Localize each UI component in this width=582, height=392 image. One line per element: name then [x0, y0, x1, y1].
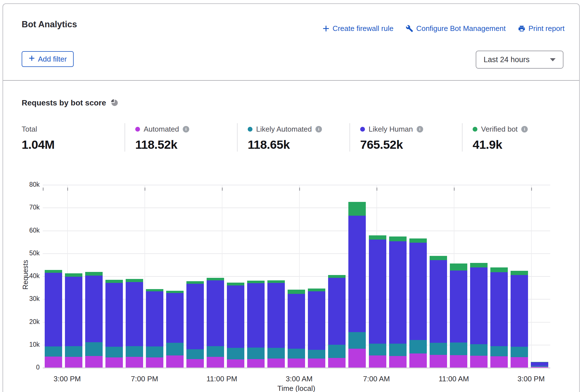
- bar-segment-likely-human[interactable]: [146, 291, 163, 346]
- stacked-bar[interactable]: [409, 238, 427, 368]
- bar-segment-automated[interactable]: [369, 355, 386, 368]
- bar-segment-likely-human[interactable]: [531, 362, 548, 366]
- bar-segment-verified-bot[interactable]: [105, 280, 123, 283]
- bar-segment-likely-human[interactable]: [511, 275, 528, 347]
- stacked-bar[interactable]: [166, 291, 184, 368]
- bar-segment-likely-human[interactable]: [389, 241, 407, 344]
- bar-segment-verified-bot[interactable]: [308, 289, 325, 291]
- bar-segment-automated[interactable]: [288, 359, 305, 368]
- bar-segment-automated[interactable]: [348, 349, 366, 368]
- stacked-bar[interactable]: [227, 283, 244, 368]
- bar-segment-automated[interactable]: [511, 357, 528, 368]
- time-range-dropdown[interactable]: Last 24 hours: [476, 51, 563, 69]
- bar-segment-verified-bot[interactable]: [450, 263, 467, 271]
- stacked-bar[interactable]: [308, 289, 325, 368]
- stacked-bar[interactable]: [65, 273, 82, 368]
- stacked-bar[interactable]: [369, 235, 386, 368]
- bar-segment-likely-human[interactable]: [186, 284, 204, 349]
- bar-segment-likely-human[interactable]: [247, 283, 265, 348]
- configure-bot-management-link[interactable]: Configure Bot Management: [406, 24, 506, 33]
- bar-segment-likely-human[interactable]: [45, 273, 62, 346]
- bar-segment-likely-human[interactable]: [126, 282, 143, 346]
- bar-segment-likely-human[interactable]: [348, 216, 366, 332]
- bar-segment-likely-human[interactable]: [470, 267, 488, 344]
- bar-segment-likely-human[interactable]: [85, 276, 103, 342]
- info-icon[interactable]: i: [417, 126, 423, 132]
- bar-segment-automated[interactable]: [126, 357, 143, 368]
- stacked-bar[interactable]: [85, 272, 103, 368]
- bar-segment-automated[interactable]: [146, 357, 163, 368]
- stacked-bar[interactable]: [470, 263, 488, 368]
- bar-segment-verified-bot[interactable]: [369, 235, 386, 240]
- bar-segment-likely-automated[interactable]: [470, 344, 488, 356]
- info-icon[interactable]: i: [315, 126, 322, 132]
- bar-segment-verified-bot[interactable]: [207, 278, 224, 280]
- stacked-bar[interactable]: [207, 278, 224, 368]
- bar-segment-likely-automated[interactable]: [409, 340, 427, 353]
- bar-segment-verified-bot[interactable]: [511, 271, 528, 275]
- stacked-bar[interactable]: [45, 270, 62, 368]
- bar-segment-automated[interactable]: [186, 359, 204, 368]
- bar-segment-likely-automated[interactable]: [207, 346, 224, 357]
- bar-segment-automated[interactable]: [267, 359, 285, 368]
- bar-segment-verified-bot[interactable]: [389, 236, 407, 241]
- bar-segment-likely-human[interactable]: [267, 283, 285, 348]
- bar-segment-likely-automated[interactable]: [389, 344, 407, 356]
- info-icon[interactable]: i: [183, 126, 189, 132]
- bar-segment-likely-automated[interactable]: [348, 332, 366, 349]
- bar-segment-likely-automated[interactable]: [65, 346, 82, 357]
- stacked-bar[interactable]: [531, 362, 548, 368]
- bar-segment-likely-automated[interactable]: [308, 350, 325, 359]
- stacked-bar[interactable]: [348, 202, 366, 368]
- bar-segment-verified-bot[interactable]: [267, 280, 285, 283]
- stacked-bar[interactable]: [511, 271, 528, 368]
- bar-segment-likely-human[interactable]: [430, 260, 447, 343]
- bar-segment-verified-bot[interactable]: [65, 273, 82, 276]
- bar-segment-likely-human[interactable]: [65, 277, 82, 346]
- bar-segment-likely-human[interactable]: [409, 243, 427, 340]
- add-filter-button[interactable]: Add filter: [22, 51, 74, 67]
- bar-segment-likely-human[interactable]: [369, 240, 386, 344]
- bar-segment-automated[interactable]: [65, 357, 82, 368]
- bar-segment-likely-human[interactable]: [207, 280, 224, 346]
- bar-segment-likely-automated[interactable]: [328, 345, 346, 358]
- bar-segment-likely-automated[interactable]: [186, 349, 204, 359]
- bar-segment-automated[interactable]: [490, 356, 508, 368]
- stacked-bar[interactable]: [186, 281, 204, 368]
- stacked-bar[interactable]: [126, 279, 143, 368]
- bar-segment-automated[interactable]: [308, 359, 325, 368]
- stacked-bar[interactable]: [105, 280, 123, 368]
- stacked-bar[interactable]: [267, 280, 285, 368]
- stacked-bar[interactable]: [450, 263, 467, 368]
- bar-segment-likely-human[interactable]: [490, 272, 508, 346]
- bar-segment-likely-automated[interactable]: [288, 349, 305, 359]
- bar-segment-likely-human[interactable]: [288, 294, 305, 349]
- stacked-bar[interactable]: [430, 256, 447, 368]
- bar-segment-likely-automated[interactable]: [45, 346, 62, 357]
- bar-segment-verified-bot[interactable]: [409, 238, 427, 243]
- bar-segment-likely-human[interactable]: [450, 271, 467, 343]
- bar-segment-automated[interactable]: [470, 356, 488, 368]
- bar-segment-verified-bot[interactable]: [247, 281, 265, 283]
- bar-segment-automated[interactable]: [247, 359, 265, 368]
- bar-segment-likely-automated[interactable]: [450, 343, 467, 355]
- stacked-bar[interactable]: [146, 289, 163, 368]
- bar-segment-likely-automated[interactable]: [369, 344, 386, 355]
- bar-segment-automated[interactable]: [531, 367, 548, 368]
- bar-segment-verified-bot[interactable]: [146, 289, 163, 291]
- print-report-link[interactable]: Print report: [518, 24, 565, 33]
- stacked-bar[interactable]: [490, 267, 508, 368]
- bar-segment-likely-automated[interactable]: [430, 343, 447, 355]
- bar-segment-verified-bot[interactable]: [348, 202, 366, 216]
- stacked-bar[interactable]: [288, 290, 305, 368]
- bar-segment-verified-bot[interactable]: [45, 270, 62, 273]
- bar-segment-likely-human[interactable]: [328, 278, 346, 345]
- bar-segment-verified-bot[interactable]: [186, 281, 204, 284]
- bar-segment-automated[interactable]: [207, 357, 224, 368]
- stacked-bar[interactable]: [247, 281, 265, 368]
- bar-segment-automated[interactable]: [45, 357, 62, 368]
- bar-segment-verified-bot[interactable]: [328, 275, 346, 278]
- bar-segment-verified-bot[interactable]: [470, 263, 488, 267]
- bar-segment-automated[interactable]: [430, 355, 447, 368]
- bar-segment-likely-human[interactable]: [308, 291, 325, 350]
